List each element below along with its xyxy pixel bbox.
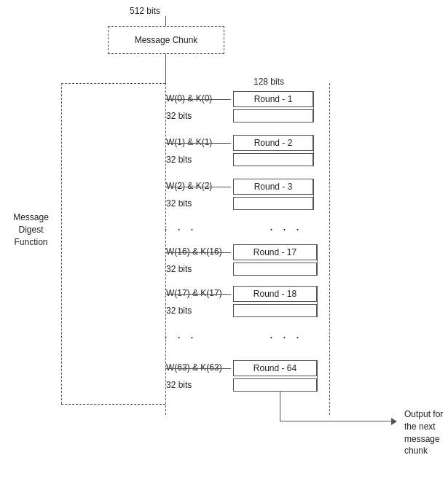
round64-box: Round - 64 (233, 360, 317, 376)
h-line-r2 (165, 143, 231, 144)
bits-box-r1 (233, 109, 313, 123)
line-below-chunk (165, 54, 166, 83)
wk16-label: W(16) & K(16) (166, 246, 222, 257)
round18-box: Round - 18 (233, 286, 317, 302)
v-right-r18 (317, 286, 318, 317)
round17-label: Round - 17 (254, 247, 296, 257)
wk63-label: W(63) & K(63) (166, 362, 222, 373)
round3-box: Round - 3 (233, 179, 313, 195)
message-chunk-box: Message Chunk (108, 26, 224, 54)
bits32-r2: 32 bits (166, 155, 192, 165)
output-arrow (280, 421, 396, 421)
round2-box: Round - 2 (233, 135, 313, 151)
bits-box-r64 (233, 378, 317, 392)
h-line-r1 (165, 99, 231, 100)
h-line-r3 (165, 187, 231, 187)
bits-box-r3 (233, 197, 313, 210)
wk1-label: W(1) & K(1) (166, 137, 212, 147)
v-right-r2 (313, 135, 314, 166)
line-to-chunk (165, 16, 166, 26)
bits-box-r2 (233, 153, 313, 166)
bits-box-r17 (233, 263, 317, 276)
dots3: . . . (164, 327, 197, 342)
left-v-main (61, 83, 62, 404)
right-dashed-v (329, 83, 330, 415)
mdf-label: MessageDigestFunction (7, 211, 55, 248)
dots4: . . . (270, 327, 302, 342)
bits32-r3: 32 bits (166, 198, 192, 209)
bits-box-r18 (233, 304, 317, 317)
output-label: Output for the next message chunk (404, 408, 448, 457)
dots2: . . . (270, 219, 302, 234)
v-right-r3 (313, 179, 314, 210)
h-line-r64 (165, 368, 231, 369)
bits32-r17: 32 bits (166, 264, 192, 274)
round1-label: Round - 1 (254, 94, 293, 104)
diagram: 512 bits Message Chunk 128 bits W(0) & K… (0, 0, 448, 482)
bits32-r18: 32 bits (166, 306, 192, 316)
v-below-r64 (280, 392, 280, 421)
round64-label: Round - 64 (254, 363, 296, 373)
v-right-r17 (317, 244, 318, 276)
round1-box: Round - 1 (233, 91, 313, 107)
v-right-r1 (313, 91, 314, 123)
message-chunk-label: Message Chunk (135, 35, 198, 45)
wk17-label: W(17) & K(17) (166, 288, 222, 298)
bits32-r64: 32 bits (166, 380, 192, 390)
round18-label: Round - 18 (254, 289, 296, 299)
wk0-label: W(0) & K(0) (166, 93, 212, 104)
bits128-label: 128 bits (254, 77, 284, 87)
bits32-r1: 32 bits (166, 111, 192, 121)
dots1: . . . (164, 219, 197, 234)
h-line-r17 (165, 252, 231, 253)
round2-label: Round - 2 (254, 138, 293, 148)
bottom-h-left (61, 404, 165, 405)
left-col-dashed (165, 83, 166, 415)
bits512-label: 512 bits (130, 6, 160, 16)
v-right-r64 (317, 360, 318, 392)
h-line-r18 (165, 294, 231, 295)
round3-label: Round - 3 (254, 182, 293, 192)
top-h-left (61, 83, 165, 84)
wk2-label: W(2) & K(2) (166, 181, 212, 191)
round17-box: Round - 17 (233, 244, 317, 260)
